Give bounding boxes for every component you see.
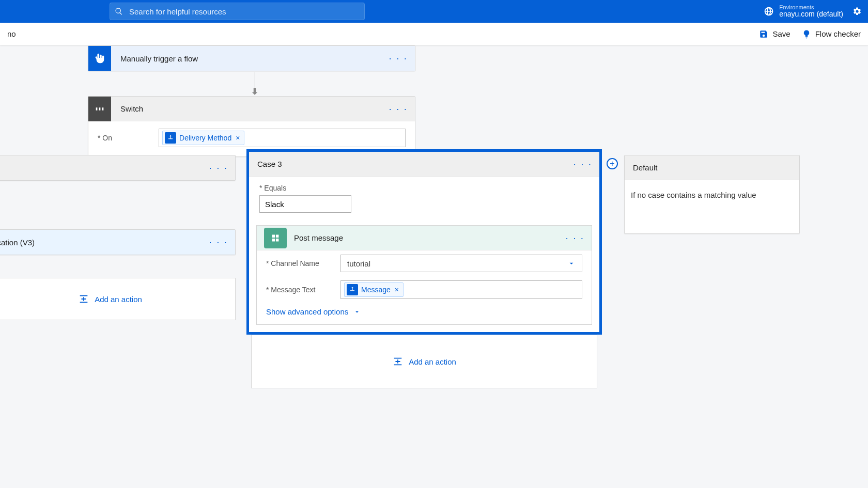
connector-arrow xyxy=(250,72,259,96)
save-button[interactable]: Save xyxy=(759,29,790,39)
add-action-case3-label: Add an action xyxy=(409,357,456,366)
slack-icon xyxy=(264,228,287,248)
chevron-down-icon xyxy=(567,259,576,267)
search-input[interactable] xyxy=(129,7,360,16)
message-token-remove[interactable]: × xyxy=(395,286,399,294)
flow-canvas[interactable]: Manually trigger a flow · · · Switch · ·… xyxy=(0,45,868,488)
post-message-menu[interactable]: · · · xyxy=(566,232,584,244)
default-desc: If no case contains a matching value xyxy=(625,180,799,233)
top-bar: Environments enayu.com (default) xyxy=(0,0,868,23)
toolbar: no Save Flow checker xyxy=(0,23,868,45)
switch-menu[interactable]: · · · xyxy=(389,103,408,115)
message-token[interactable]: Message × xyxy=(344,282,404,297)
flow-checker-icon xyxy=(802,29,811,39)
environment-value: enayu.com (default) xyxy=(779,10,843,18)
message-text-field[interactable]: Message × xyxy=(340,280,582,299)
switch-icon xyxy=(88,97,111,121)
search-icon xyxy=(115,7,123,15)
case-left-action[interactable]: fication (V3) · · · xyxy=(0,229,236,255)
save-icon xyxy=(759,29,768,39)
equals-label: Equals xyxy=(259,184,589,192)
delivery-method-token[interactable]: Delivery Method × xyxy=(162,131,244,145)
case-left-panel[interactable]: · · · xyxy=(0,155,236,181)
chevron-down-icon xyxy=(353,308,361,316)
post-message-card[interactable]: Post message · · · Channel Name tutorial… xyxy=(256,225,592,325)
default-panel[interactable]: Default If no case contains a matching v… xyxy=(624,155,800,234)
token-remove[interactable]: × xyxy=(236,134,240,142)
save-label: Save xyxy=(772,29,790,38)
channel-select[interactable]: tutorial xyxy=(340,255,582,272)
add-action-icon xyxy=(392,356,404,367)
channel-label: Channel Name xyxy=(266,259,333,267)
message-token-label: Message xyxy=(361,286,391,294)
manual-trigger-icon xyxy=(88,46,111,71)
add-action-left-label: Add an action xyxy=(95,295,142,304)
channel-value: tutorial xyxy=(347,259,370,268)
add-action-left[interactable]: Add an action xyxy=(0,278,236,320)
advanced-label: Show advanced options xyxy=(266,307,348,316)
token-label: Delivery Method xyxy=(179,134,231,142)
flow-checker-label: Flow checker xyxy=(815,29,861,38)
case3-panel[interactable]: Case 3 · · · Equals Post message · · · C… xyxy=(246,149,602,335)
add-action-icon xyxy=(78,293,89,305)
environment-picker[interactable]: Environments enayu.com (default) xyxy=(764,4,843,18)
trigger-menu[interactable]: · · · xyxy=(389,53,408,64)
case-left-action-title: fication (V3) xyxy=(0,238,35,247)
switch-title: Switch xyxy=(120,104,143,113)
switch-on-label: On xyxy=(98,134,112,142)
case-left-action-menu[interactable]: · · · xyxy=(209,237,228,248)
message-label: Message Text xyxy=(266,286,333,294)
case-left-menu[interactable]: · · · xyxy=(209,162,228,174)
trigger-title: Manually trigger a flow xyxy=(120,54,198,63)
switch-card[interactable]: Switch · · · On Delivery Method × xyxy=(88,96,415,157)
add-action-case3[interactable]: Add an action xyxy=(251,335,597,388)
search-box[interactable] xyxy=(110,3,365,20)
breadcrumb: no xyxy=(7,29,16,38)
case3-menu[interactable]: · · · xyxy=(574,159,592,170)
flow-checker-button[interactable]: Flow checker xyxy=(802,29,861,39)
switch-on-field[interactable]: Delivery Method × xyxy=(159,129,406,147)
globe-icon xyxy=(764,6,774,17)
trigger-card[interactable]: Manually trigger a flow · · · xyxy=(88,45,415,71)
add-case-button[interactable]: + xyxy=(607,158,618,169)
case3-title: Case 3 xyxy=(257,160,282,168)
equals-input[interactable] xyxy=(259,195,351,213)
show-advanced[interactable]: Show advanced options xyxy=(257,303,592,324)
settings-icon[interactable] xyxy=(853,7,862,16)
default-title: Default xyxy=(633,163,658,172)
post-message-title: Post message xyxy=(294,233,343,242)
